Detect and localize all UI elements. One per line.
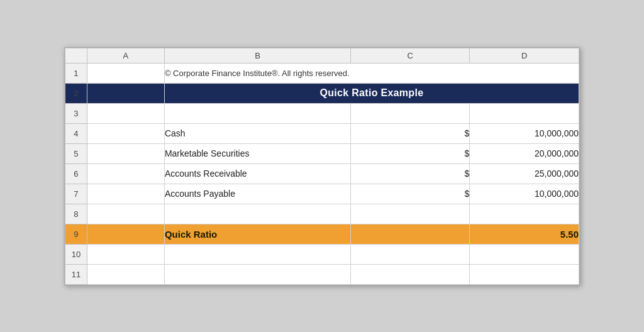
row8-col-a (87, 204, 164, 224)
spreadsheet-container: A B C D 1 © Corporate Finance Institute®… (64, 47, 580, 285)
accounts-receivable-label: Accounts Receivable (164, 163, 350, 184)
row9-col-a (87, 224, 164, 244)
quick-ratio-label: Quick Ratio (164, 224, 350, 244)
marketable-sec-dollar: $ (351, 143, 470, 163)
row10-col-b (164, 244, 350, 264)
quick-ratio-value: 5.50 (470, 224, 579, 244)
row8-col-b (164, 204, 350, 224)
corner-header (65, 48, 87, 63)
row4-col-a (87, 123, 164, 143)
row-num-5: 5 (65, 143, 87, 163)
accounts-payable-label: Accounts Payable (164, 184, 350, 204)
col-a-header: A (87, 48, 164, 63)
table-row: 4 Cash $ 10,000,000 (65, 123, 579, 143)
accounts-receivable-value: 25,000,000 (470, 163, 579, 184)
row3-col-c (351, 103, 470, 123)
row5-col-a (87, 143, 164, 163)
row6-col-a (87, 163, 164, 184)
row7-col-a (87, 184, 164, 204)
row11-col-a (87, 264, 164, 284)
row10-col-d (470, 244, 579, 264)
row-num-1: 1 (65, 63, 87, 83)
row-num-9: 9 (65, 224, 87, 244)
accounts-payable-value: 10,000,000 (470, 184, 579, 204)
row3-col-d (470, 103, 579, 123)
row11-col-d (470, 264, 579, 284)
table-row: 11 (65, 264, 579, 284)
row-num-8: 8 (65, 204, 87, 224)
row3-col-a (87, 103, 164, 123)
table-row: 1 © Corporate Finance Institute®. All ri… (65, 63, 579, 83)
marketable-sec-label: Marketable Securities (164, 143, 350, 163)
table-row: 6 Accounts Receivable $ 25,000,000 (65, 163, 579, 184)
row3-col-b (164, 103, 350, 123)
cash-label: Cash (164, 123, 350, 143)
row9-col-c (351, 224, 470, 244)
table-row: 2 Quick Ratio Example (65, 83, 579, 103)
row11-col-c (351, 264, 470, 284)
table-row: 7 Accounts Payable $ 10,000,000 (65, 184, 579, 204)
table-row: 8 (65, 204, 579, 224)
row-num-3: 3 (65, 103, 87, 123)
col-c-header: C (351, 48, 470, 63)
row-num-4: 4 (65, 123, 87, 143)
row11-col-b (164, 264, 350, 284)
quick-ratio-row: 9 Quick Ratio 5.50 (65, 224, 579, 244)
col-d-header: D (470, 48, 579, 63)
cash-value: 10,000,000 (470, 123, 579, 143)
row-num-6: 6 (65, 163, 87, 184)
table-row: 5 Marketable Securities $ 20,000,000 (65, 143, 579, 163)
row-num-2: 2 (65, 83, 87, 103)
row-num-11: 11 (65, 264, 87, 284)
row10-col-a (87, 244, 164, 264)
accounts-payable-dollar: $ (351, 184, 470, 204)
marketable-sec-value: 20,000,000 (470, 143, 579, 163)
row-num-10: 10 (65, 244, 87, 264)
title-cell: Quick Ratio Example (164, 83, 579, 103)
spreadsheet-table: A B C D 1 © Corporate Finance Institute®… (65, 48, 579, 285)
accounts-receivable-dollar: $ (351, 163, 470, 184)
row-num-7: 7 (65, 184, 87, 204)
table-row: 10 (65, 244, 579, 264)
row1-col-a (87, 63, 164, 83)
cash-dollar: $ (351, 123, 470, 143)
row2-col-a (87, 83, 164, 103)
row8-col-d (470, 204, 579, 224)
table-row: 3 (65, 103, 579, 123)
col-b-header: B (164, 48, 350, 63)
copyright-cell: © Corporate Finance Institute®. All righ… (164, 63, 579, 83)
row8-col-c (351, 204, 470, 224)
row10-col-c (351, 244, 470, 264)
